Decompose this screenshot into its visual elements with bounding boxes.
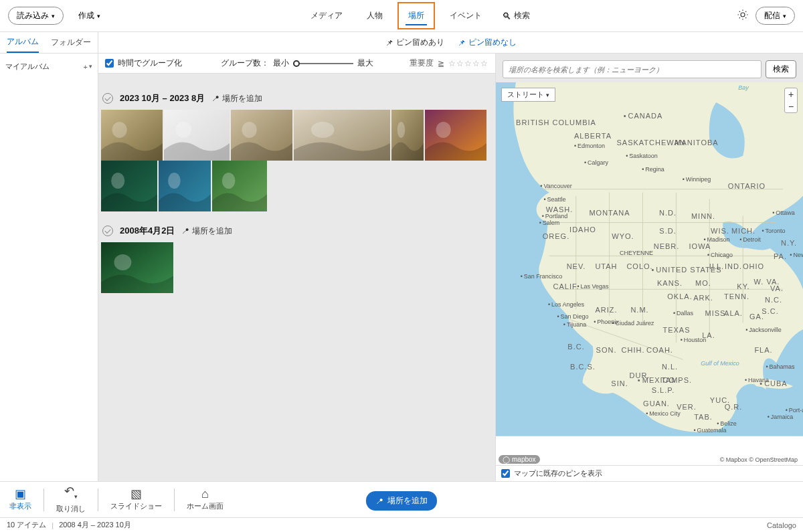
- add-location-link[interactable]: 📍︎ 場所を追加: [211, 93, 262, 104]
- group-slider[interactable]: [293, 63, 353, 64]
- home-button[interactable]: ⌂ ホーム画面: [187, 488, 224, 511]
- add-location-pill[interactable]: 📍︎ 場所を追加: [366, 491, 437, 511]
- create-label: 作成: [78, 10, 94, 21]
- thumbnail[interactable]: [101, 110, 163, 161]
- undo-button[interactable]: ↶▾ 取り消し: [56, 485, 86, 514]
- slideshow-icon: ▧: [130, 488, 142, 500]
- tab-places[interactable]: 場所: [397, 2, 435, 29]
- thumbnail[interactable]: [231, 110, 292, 161]
- svg-point-6: [242, 122, 257, 138]
- location-pin-icon: 📍︎: [181, 226, 189, 236]
- group-min-label: 最小: [273, 58, 289, 69]
- hide-panel-button[interactable]: ▣ 非表示: [9, 488, 31, 511]
- map-zoom-in[interactable]: +: [785, 88, 797, 100]
- importance-label: 重要度: [410, 58, 434, 69]
- thumbnail[interactable]: [164, 110, 230, 161]
- map-search-button[interactable]: 検索: [766, 60, 796, 78]
- group-check-icon[interactable]: [102, 93, 113, 104]
- gallery: 2023 10月 – 2023 8月 📍︎ 場所を追加: [98, 74, 495, 481]
- import-label: 読み込み: [17, 10, 49, 21]
- group-by-time-checkbox[interactable]: [105, 59, 114, 68]
- svg-point-18: [222, 173, 236, 189]
- tab-media[interactable]: メディア: [301, 3, 352, 28]
- my-albums-label[interactable]: マイアルバム: [5, 62, 50, 72]
- pin-slash-icon: 📌︎: [458, 38, 466, 48]
- home-icon: ⌂: [201, 488, 209, 500]
- item-count: 10 アイテム: [7, 520, 46, 530]
- sidebar-tab-albums[interactable]: アルバム: [7, 32, 39, 53]
- star-rating[interactable]: ☆☆☆☆☆: [448, 59, 488, 68]
- svg-point-12: [436, 122, 451, 138]
- add-location-link[interactable]: 📍︎ 場所を追加: [181, 226, 232, 237]
- show-pins-checkbox[interactable]: [501, 469, 510, 478]
- sidebar-tab-folders[interactable]: フォルダー: [51, 33, 91, 52]
- svg-point-4: [176, 122, 192, 138]
- thumbnail[interactable]: [294, 110, 390, 161]
- svg-point-8: [311, 122, 335, 138]
- svg-point-16: [168, 173, 181, 189]
- mapbox-logo: ◯mapbox: [499, 455, 540, 464]
- thumbnail[interactable]: [391, 110, 424, 161]
- group-title: 2008年4月2日: [120, 225, 175, 237]
- add-album-button[interactable]: + ▾: [84, 63, 92, 71]
- chevron-down-icon: ▾: [97, 13, 100, 19]
- chevron-down-icon: ▾: [546, 92, 549, 98]
- map-attribution: © Mapbox © OpenStreetMap: [717, 456, 800, 464]
- pin-option-unpinned[interactable]: 📌︎ ピン留めなし: [458, 37, 517, 48]
- plus-icon: +: [84, 63, 88, 71]
- group-max-label: 最大: [357, 58, 373, 69]
- thumbnail[interactable]: [101, 242, 173, 293]
- map-layer-button[interactable]: ストリート ▾: [501, 88, 555, 102]
- import-button[interactable]: 読み込み ▾: [8, 7, 64, 25]
- svg-point-14: [111, 173, 124, 189]
- catalog-name: Catalogo: [767, 521, 796, 529]
- thumbnail[interactable]: [425, 110, 486, 161]
- share-label: 配信: [764, 10, 780, 21]
- svg-point-2: [112, 122, 127, 138]
- chevron-down-icon: ▾: [52, 13, 55, 19]
- create-button[interactable]: 作成 ▾: [73, 7, 106, 24]
- tab-people[interactable]: 人物: [357, 3, 392, 28]
- group-by-time[interactable]: 時間でグループ化: [105, 58, 182, 69]
- svg-point-0: [741, 13, 745, 17]
- location-pin-icon: 📍︎: [211, 94, 219, 103]
- thumbnail[interactable]: [101, 161, 157, 211]
- undo-icon: ↶▾: [64, 485, 78, 503]
- pin-option-pinned[interactable]: 📌︎ ピン留めあり: [385, 37, 444, 48]
- group-check-icon[interactable]: [102, 226, 113, 236]
- chevron-down-icon: ▾: [783, 13, 786, 19]
- map-search-input[interactable]: [503, 60, 762, 78]
- share-button[interactable]: 配信 ▾: [755, 7, 795, 25]
- search-icon: 🔍︎: [502, 11, 511, 21]
- sidebar: マイアルバム + ▾: [0, 54, 98, 481]
- tab-events[interactable]: イベント: [440, 3, 491, 28]
- group-count-label: グループ数：: [221, 58, 269, 69]
- greater-equal-icon: ≧: [438, 59, 444, 68]
- search-link[interactable]: 🔍︎ 検索: [497, 3, 535, 28]
- slideshow-button[interactable]: ▧ スライドショー: [110, 488, 162, 511]
- chevron-down-icon: ▾: [89, 63, 92, 71]
- show-existing-pins[interactable]: マップに既存のピンを表示: [496, 465, 803, 481]
- thumbnail[interactable]: [159, 161, 211, 211]
- search-label: 検索: [514, 10, 530, 21]
- date-range: 2008 4月 – 2023 10月: [59, 520, 131, 530]
- thumbnail[interactable]: [212, 161, 267, 211]
- map-zoom-out[interactable]: −: [785, 100, 797, 112]
- panel-icon: ▣: [15, 488, 26, 500]
- map[interactable]: BayBRITISH COLUMBIACanadaALBERTASASKATCH…: [496, 82, 803, 465]
- svg-point-20: [114, 254, 131, 270]
- group-title: 2023 10月 – 2023 8月: [120, 92, 205, 104]
- brightness-icon[interactable]: [737, 9, 749, 23]
- location-pin-icon: 📍︎: [375, 497, 383, 506]
- svg-point-10: [397, 122, 406, 138]
- pin-icon: 📌︎: [385, 38, 393, 48]
